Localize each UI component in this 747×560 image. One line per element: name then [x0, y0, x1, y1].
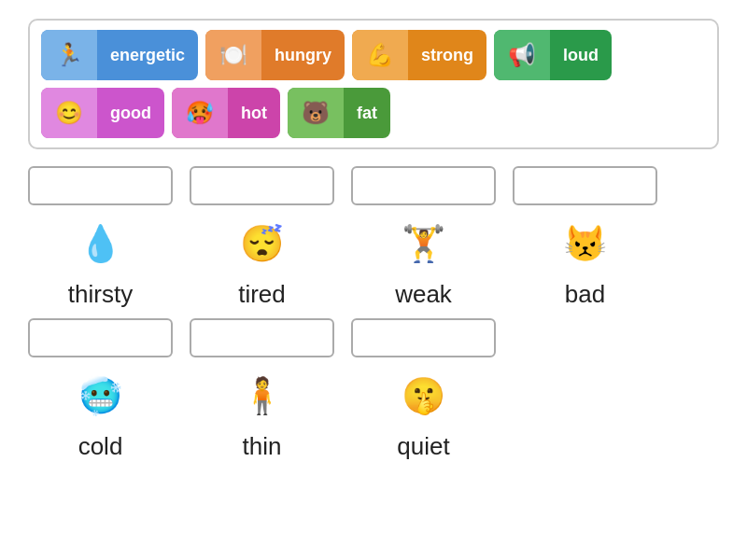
word-label-cold: cold [78, 432, 123, 461]
word-label-weak: weak [395, 280, 452, 309]
chip-label-hot: hot [228, 104, 280, 123]
word-item-thin: 🧍 thin [190, 363, 334, 461]
word-icon-cold: 🥶 [63, 363, 138, 428]
chip-label-good: good [97, 104, 164, 123]
drop-box-quiet[interactable] [351, 318, 496, 357]
word-row-2: 🥶 cold 🧍 thin 🤫 quiet [28, 363, 719, 461]
word-label-thin: thin [243, 432, 282, 461]
chip-label-hungry: hungry [261, 46, 345, 65]
chip-label-loud: loud [550, 46, 612, 65]
chip-hungry[interactable]: 🍽️ hungry [205, 30, 345, 80]
drop-box-weak[interactable] [351, 166, 496, 205]
drop-box-thin[interactable] [190, 318, 334, 357]
chip-energetic[interactable]: 🏃 energetic [41, 30, 198, 80]
word-icon-thin: 🧍 [225, 363, 300, 428]
word-item-cold: 🥶 cold [28, 363, 173, 461]
word-icon-tired: 😴 [225, 211, 300, 276]
chip-img-hungry: 🍽️ [205, 30, 261, 80]
word-label-tired: tired [238, 280, 286, 309]
word-item-thirsty: 💧 thirsty [28, 211, 173, 309]
chip-label-strong: strong [408, 46, 486, 65]
word-item-tired: 😴 tired [190, 211, 334, 309]
chip-loud[interactable]: 📢 loud [494, 30, 612, 80]
word-label-bad: bad [565, 280, 605, 309]
chip-img-hot: 🥵 [172, 88, 228, 138]
word-icon-thirsty: 💧 [63, 211, 138, 276]
drop-box-tired[interactable] [190, 166, 334, 205]
chip-img-strong: 💪 [352, 30, 408, 80]
chip-img-fat: 🐻 [288, 88, 344, 138]
drop-box-cold[interactable] [28, 318, 173, 357]
word-icon-weak: 🏋️ [387, 211, 461, 276]
chip-img-loud: 📢 [494, 30, 550, 80]
chip-label-fat: fat [344, 104, 390, 123]
chip-label-energetic: energetic [97, 46, 198, 65]
answer-bank: 🏃 energetic 🍽️ hungry 💪 strong 📢 loud 😊 … [28, 19, 719, 149]
drop-row-2 [28, 318, 719, 357]
chip-good[interactable]: 😊 good [41, 88, 164, 138]
drop-row-1 [28, 166, 719, 205]
chip-img-good: 😊 [41, 88, 97, 138]
word-item-quiet: 🤫 quiet [351, 363, 496, 461]
word-label-thirsty: thirsty [68, 280, 133, 309]
word-label-quiet: quiet [397, 432, 449, 461]
drop-box-thirsty[interactable] [28, 166, 173, 205]
word-icon-quiet: 🤫 [387, 363, 461, 428]
word-row-1: 💧 thirsty 😴 tired 🏋️ weak 😾 bad [28, 211, 719, 309]
drop-box-bad[interactable] [513, 166, 657, 205]
match-section-row2: 🥶 cold 🧍 thin 🤫 quiet [28, 318, 719, 461]
chip-strong[interactable]: 💪 strong [352, 30, 486, 80]
chip-hot[interactable]: 🥵 hot [172, 88, 280, 138]
match-section-row1: 💧 thirsty 😴 tired 🏋️ weak 😾 bad [28, 166, 719, 309]
chip-fat[interactable]: 🐻 fat [288, 88, 390, 138]
word-icon-bad: 😾 [548, 211, 623, 276]
word-item-bad: 😾 bad [513, 211, 657, 309]
word-item-weak: 🏋️ weak [351, 211, 496, 309]
chip-img-energetic: 🏃 [41, 30, 97, 80]
